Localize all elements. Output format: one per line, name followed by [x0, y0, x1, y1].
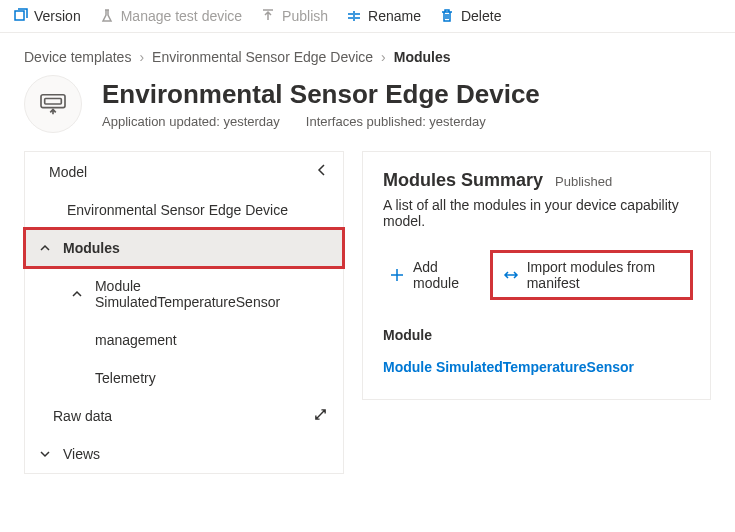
version-button[interactable]: Version	[12, 8, 81, 24]
breadcrumb-parent[interactable]: Environmental Sensor Edge Device	[152, 49, 373, 65]
version-icon	[12, 8, 28, 24]
device-icon	[24, 75, 82, 133]
import-icon	[503, 267, 519, 283]
rawdata-label: Raw data	[53, 408, 112, 424]
manage-label: Manage test device	[121, 8, 242, 24]
rename-icon	[346, 8, 362, 24]
modules-label: Modules	[63, 240, 120, 256]
tree-item-telemetry[interactable]: Telemetry	[25, 359, 343, 397]
tree-item-raw-data[interactable]: Raw data	[25, 397, 343, 435]
tree-item-views[interactable]: Views	[25, 435, 343, 473]
delete-button[interactable]: Delete	[439, 8, 501, 24]
rename-button[interactable]: Rename	[346, 8, 421, 24]
chevron-right-icon: ›	[139, 49, 144, 65]
telemetry-label: Telemetry	[95, 370, 156, 386]
breadcrumb-current: Modules	[394, 49, 451, 65]
content-area: Model Environmental Sensor Edge Device M…	[0, 151, 735, 498]
import-modules-button[interactable]: Import modules from manifest	[493, 253, 690, 297]
main-panel: Modules Summary Published A list of all …	[362, 151, 711, 400]
summary-title: Modules Summary	[383, 170, 543, 191]
management-label: management	[95, 332, 177, 348]
tree-item-modules[interactable]: Modules	[25, 229, 343, 267]
import-modules-label: Import modules from manifest	[527, 259, 680, 291]
interfaces-published-text: Interfaces published: yesterday	[306, 114, 486, 129]
top-toolbar: Version Manage test device Publish Renam…	[0, 0, 735, 33]
page-title: Environmental Sensor Edge Device	[102, 79, 540, 110]
tree-item-model[interactable]: Model	[25, 152, 343, 191]
chevron-right-icon: ›	[381, 49, 386, 65]
publish-label: Publish	[282, 8, 328, 24]
plus-icon	[389, 267, 405, 283]
delete-label: Delete	[461, 8, 501, 24]
summary-description: A list of all the modules in your device…	[383, 197, 690, 229]
chevron-down-icon	[39, 448, 53, 460]
module1-label: Module SimulatedTemperatureSensor	[95, 278, 329, 310]
chevron-up-icon	[71, 288, 85, 300]
module-link[interactable]: Module SimulatedTemperatureSensor	[383, 359, 690, 375]
svg-rect-0	[15, 11, 24, 20]
svg-rect-2	[45, 98, 62, 104]
rename-label: Rename	[368, 8, 421, 24]
upload-icon	[260, 8, 276, 24]
header-text: Environmental Sensor Edge Device Applica…	[102, 79, 540, 129]
chevron-up-icon	[39, 242, 53, 254]
device-label: Environmental Sensor Edge Device	[67, 202, 288, 218]
tree-item-management[interactable]: management	[25, 321, 343, 359]
status-badge: Published	[555, 174, 612, 189]
page-header: Environmental Sensor Edge Device Applica…	[0, 75, 735, 151]
add-module-button[interactable]: Add module	[383, 255, 479, 295]
add-module-label: Add module	[413, 259, 473, 291]
collapse-panel-icon[interactable]	[315, 163, 329, 180]
expand-icon[interactable]	[314, 408, 327, 424]
breadcrumb: Device templates › Environmental Sensor …	[0, 33, 735, 75]
flask-icon	[99, 8, 115, 24]
app-updated-text: Application updated: yesterday	[102, 114, 280, 129]
breadcrumb-root[interactable]: Device templates	[24, 49, 131, 65]
version-label: Version	[34, 8, 81, 24]
tree-item-device[interactable]: Environmental Sensor Edge Device	[25, 191, 343, 229]
tree-item-module-sim-temp[interactable]: Module SimulatedTemperatureSensor	[25, 267, 343, 321]
views-label: Views	[63, 446, 100, 462]
tree-panel: Model Environmental Sensor Edge Device M…	[24, 151, 344, 474]
manage-test-device-button: Manage test device	[99, 8, 242, 24]
module-heading: Module	[383, 327, 690, 343]
trash-icon	[439, 8, 455, 24]
publish-button: Publish	[260, 8, 328, 24]
model-label: Model	[49, 164, 87, 180]
